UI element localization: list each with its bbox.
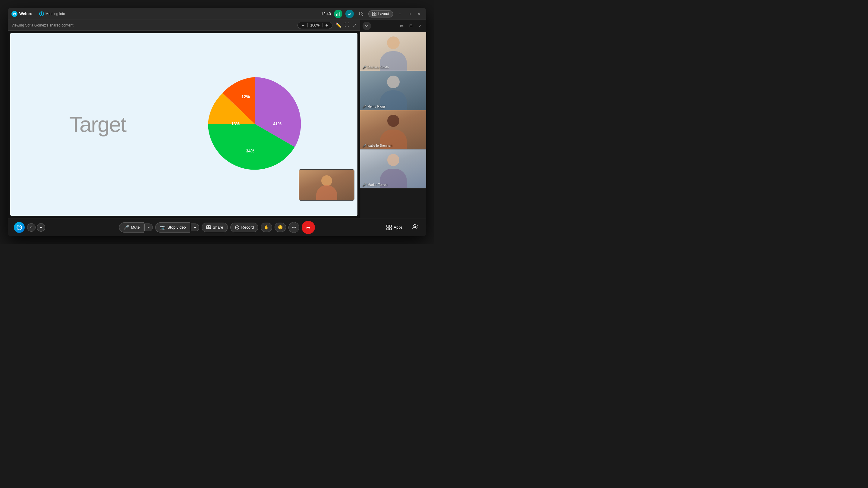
- participant-video-clarissa: [360, 32, 426, 71]
- reactions-icon: 😊: [278, 225, 283, 230]
- apps-button[interactable]: Apps: [383, 223, 406, 232]
- toolbar-center: 🎤 Mute 📷 Stop video: [119, 221, 315, 234]
- record-label: Record: [241, 225, 254, 230]
- raise-hand-icon: ✋: [264, 225, 269, 230]
- zoom-controls: − 100% +: [298, 22, 333, 29]
- stop-video-button[interactable]: 📷 Stop video: [155, 222, 190, 233]
- svg-rect-22: [387, 228, 389, 230]
- fullscreen-icon[interactable]: ⛶: [344, 22, 349, 28]
- mute-button[interactable]: 🎤 Mute: [119, 222, 144, 233]
- svg-rect-14: [30, 227, 32, 228]
- self-video-overlay: [299, 169, 354, 201]
- analytics-icon-btn[interactable]: [345, 10, 354, 18]
- end-call-button[interactable]: [302, 221, 315, 234]
- svg-rect-20: [387, 225, 389, 227]
- bottom-toolbar: 🎤 Mute 📷 Stop video: [8, 218, 426, 236]
- raise-hand-button[interactable]: ✋: [261, 223, 272, 232]
- zoom-divider: [307, 23, 308, 27]
- participant-item-isabelle: 🎤 Isabelle Brennan: [360, 110, 426, 150]
- svg-rect-6: [375, 12, 376, 13]
- single-view-button[interactable]: ▭: [398, 22, 406, 30]
- share-button[interactable]: Share: [202, 223, 228, 232]
- svg-text:12%: 12%: [241, 94, 250, 99]
- pie-chart: 41% 34% 13% 12%: [200, 73, 309, 176]
- minimize-button[interactable]: −: [396, 10, 403, 18]
- self-person-shape: [299, 170, 354, 200]
- svg-rect-7: [373, 14, 374, 16]
- panel-header: ▭ ⊞ ⤢: [360, 20, 426, 32]
- video-icon: 📷: [160, 225, 165, 230]
- video-more-button[interactable]: [191, 224, 199, 231]
- svg-rect-2: [339, 12, 340, 16]
- participant-video-marise: [360, 150, 426, 188]
- app-window: W Webex i Meeting info 12:40: [8, 8, 426, 236]
- search-icon-btn[interactable]: [357, 10, 365, 18]
- panel-view-buttons: ▭ ⊞ ⤢: [398, 22, 424, 30]
- annotate-icon[interactable]: ✏️: [336, 22, 341, 28]
- participant-name-isabelle: 🎤 Isabelle Brennan: [363, 144, 393, 147]
- slide-area: Target: [10, 33, 358, 216]
- zoom-in-button[interactable]: +: [324, 23, 329, 28]
- participant-name-marise: 🎤 Marise Torres: [363, 183, 387, 187]
- slide-content: Target: [10, 33, 358, 216]
- zoom-value: 100%: [310, 23, 320, 27]
- svg-text:13%: 13%: [231, 121, 240, 126]
- marise-name-text: Marise Torres: [367, 183, 387, 187]
- maximize-button[interactable]: □: [406, 10, 413, 18]
- layout-toggle-group: [27, 223, 45, 232]
- participant-video-henry: [360, 71, 426, 110]
- expand-icon[interactable]: ⤢: [352, 22, 356, 28]
- info-icon: i: [39, 11, 44, 16]
- stop-video-label: Stop video: [167, 225, 186, 230]
- more-options-button[interactable]: •••: [288, 222, 299, 233]
- zoom-out-button[interactable]: −: [301, 23, 306, 28]
- title-bar-right: 12:40: [321, 10, 423, 18]
- reactions-button[interactable]: 😊: [275, 223, 286, 232]
- toolbar-left: [14, 222, 45, 233]
- participants-button[interactable]: [410, 222, 420, 233]
- stop-video-button-group: 📷 Stop video: [155, 222, 199, 233]
- toolbar-right: Apps: [383, 222, 420, 233]
- svg-rect-1: [338, 13, 338, 16]
- share-label: Share: [213, 225, 223, 230]
- mute-label: Mute: [131, 225, 140, 230]
- app-name: Webex: [19, 11, 32, 16]
- mute-more-button[interactable]: [144, 224, 153, 231]
- henry-name-text: Henry Riggs: [367, 104, 386, 108]
- layout-button[interactable]: Layout: [368, 10, 393, 18]
- svg-rect-23: [390, 228, 392, 230]
- participant-panel: ▭ ⊞ ⤢ 🎤 Clarissa Smith: [360, 20, 426, 218]
- screen-share-toggle[interactable]: [27, 223, 36, 232]
- record-button[interactable]: Record: [230, 223, 258, 232]
- isabelle-name-text: Isabelle Brennan: [367, 144, 393, 147]
- marise-mic-icon: 🎤: [363, 183, 366, 187]
- svg-text:34%: 34%: [246, 149, 255, 153]
- zoom-divider2: [322, 23, 322, 27]
- svg-rect-0: [336, 14, 337, 16]
- slide-title: Target: [69, 112, 126, 137]
- panel-collapse-button[interactable]: [363, 22, 371, 30]
- meeting-info-label: Meeting info: [45, 12, 65, 16]
- content-area: Viewing Sofia Gomez's shared content − 1…: [8, 20, 426, 218]
- window-controls: − □ ✕: [396, 10, 423, 18]
- svg-rect-5: [373, 12, 374, 13]
- mute-button-group: 🎤 Mute: [119, 222, 153, 233]
- participant-item-marise: 🎤 Marise Torres: [360, 150, 426, 189]
- grid-view-button[interactable]: ⊞: [407, 22, 415, 30]
- expand-panel-button[interactable]: ⤢: [416, 22, 424, 30]
- svg-line-4: [362, 15, 363, 16]
- meeting-info-button[interactable]: i Meeting info: [37, 10, 67, 17]
- close-button[interactable]: ✕: [415, 10, 423, 18]
- signal-icon-btn[interactable]: [334, 10, 342, 18]
- clarissa-name-text: Clarissa Smith: [367, 65, 389, 69]
- webex-logo-bottom: [14, 222, 25, 233]
- title-bar: W Webex i Meeting info 12:40: [8, 8, 426, 20]
- mute-icon: 🎤: [124, 225, 129, 230]
- apps-label: Apps: [394, 225, 403, 230]
- layout-chevron[interactable]: [37, 223, 45, 232]
- participant-item-henry: 🎤 Henry Riggs: [360, 71, 426, 110]
- participant-name-henry: 🎤 Henry Riggs: [363, 104, 386, 108]
- henry-mic-icon: 🎤: [363, 105, 366, 108]
- time-display: 12:40: [321, 11, 331, 16]
- content-toolbar: Viewing Sofia Gomez's shared content − 1…: [8, 20, 360, 31]
